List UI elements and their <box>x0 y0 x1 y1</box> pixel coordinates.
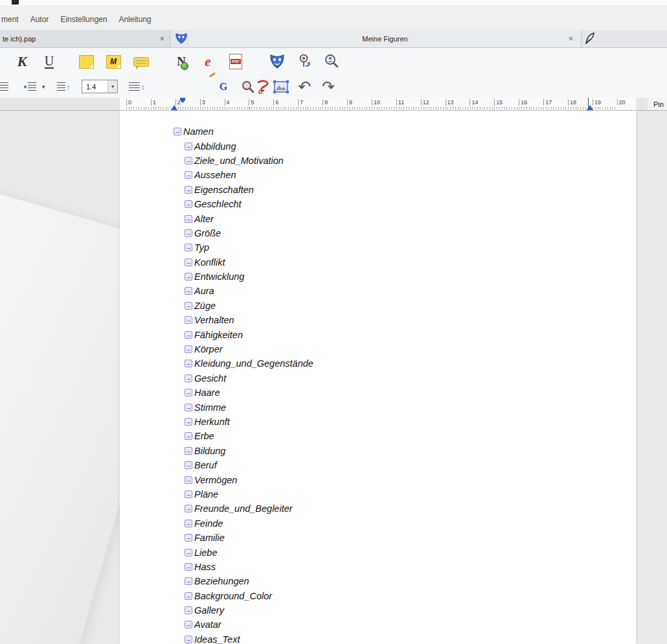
field-label[interactable]: Entwicklung <box>194 271 244 282</box>
document-line[interactable]: → Typ <box>120 240 636 255</box>
field-label[interactable]: Herkunft <box>194 417 230 427</box>
field-label[interactable]: Hass <box>194 562 216 572</box>
jump-marker-icon[interactable]: → <box>185 244 192 251</box>
field-label[interactable]: Liebe <box>194 547 217 558</box>
document-line[interactable]: → Geschlecht <box>120 197 636 211</box>
document-line[interactable]: → Verhalten <box>120 313 636 327</box>
jump-marker-icon[interactable]: → <box>185 143 192 150</box>
field-label[interactable]: Bildung <box>194 446 225 456</box>
document-line[interactable]: → Abbildung <box>120 139 636 153</box>
tab-document[interactable]: te ich).pap × <box>0 30 170 47</box>
timeline-pin-button[interactable] <box>295 52 314 71</box>
jump-marker-icon[interactable]: → <box>185 447 192 455</box>
jump-marker-icon[interactable]: → <box>185 374 192 382</box>
line-spacing-select[interactable]: 1.4 ▾ <box>82 80 118 93</box>
document-line[interactable]: → Größe <box>120 226 636 240</box>
bullet-list-button[interactable] <box>20 77 40 97</box>
jump-marker-icon[interactable]: → <box>185 505 192 512</box>
jump-marker-icon[interactable]: → <box>185 621 192 628</box>
field-label[interactable]: Namen <box>183 126 214 137</box>
field-label[interactable]: Typ <box>194 242 209 253</box>
jump-marker-icon[interactable]: → <box>185 157 192 165</box>
document-line[interactable]: → Bildung <box>120 444 636 458</box>
jump-marker-icon[interactable]: → <box>174 128 181 135</box>
document-line[interactable]: → Background_Color <box>120 589 636 603</box>
document-line[interactable]: → Züge <box>120 299 636 313</box>
jump-marker-icon[interactable]: → <box>185 345 192 353</box>
document-line[interactable]: → Gesicht <box>120 371 636 385</box>
field-label[interactable]: Erbe <box>194 431 214 441</box>
marker-note-button[interactable]: M <box>104 52 123 71</box>
document-line[interactable]: → Haare <box>120 385 636 400</box>
document-line[interactable]: → Entwicklung <box>120 270 636 284</box>
jump-marker-icon[interactable]: → <box>185 606 192 614</box>
document-line[interactable]: → Beziehungen <box>120 574 636 588</box>
field-label[interactable]: Beruf <box>194 460 217 470</box>
field-label[interactable]: Familie <box>194 533 225 543</box>
pin-panel-toggle[interactable]: Pin <box>648 98 667 110</box>
jump-marker-icon[interactable]: → <box>185 259 192 266</box>
document-line[interactable]: → Körper <box>120 342 636 356</box>
field-label[interactable]: Vermögen <box>194 475 237 485</box>
close-icon[interactable]: × <box>565 34 576 43</box>
field-label[interactable]: Geschlecht <box>194 199 242 209</box>
document-line[interactable]: → Erbe <box>120 429 636 443</box>
close-icon[interactable]: × <box>157 34 167 43</box>
jump-marker-icon[interactable]: → <box>185 200 192 208</box>
image-frame-button[interactable] <box>271 77 291 97</box>
line-spacing-button[interactable]: ↑ <box>54 77 73 97</box>
field-label[interactable]: Freunde_und_Begleiter <box>194 503 293 514</box>
menu-item[interactable]: Anleitung <box>113 14 157 25</box>
jump-marker-icon[interactable]: → <box>185 418 192 426</box>
field-label[interactable]: Fähigkeiten <box>194 330 243 340</box>
field-label[interactable]: Stimme <box>194 402 226 413</box>
italic-button[interactable]: K <box>12 52 32 71</box>
grammar-check-button[interactable]: G <box>214 77 233 97</box>
field-label[interactable]: Züge <box>194 301 216 311</box>
document-line[interactable]: → Fähigkeiten <box>120 327 636 341</box>
jump-marker-icon[interactable]: → <box>185 331 192 339</box>
jump-marker-icon[interactable]: → <box>185 577 192 585</box>
epub-export-button[interactable]: e <box>198 52 218 71</box>
document-line[interactable]: → Eigenschaften <box>120 183 636 197</box>
field-label[interactable]: Aura <box>194 286 214 296</box>
left-indent-marker[interactable] <box>171 105 177 110</box>
list-dropdown-caret[interactable]: ▾ <box>39 77 48 97</box>
field-label[interactable]: Avatar <box>194 619 221 630</box>
comment-button[interactable] <box>131 52 151 71</box>
jump-marker-icon[interactable]: → <box>185 273 192 281</box>
document-line[interactable]: → Beruf <box>120 458 636 472</box>
quill-icon[interactable] <box>585 32 595 44</box>
field-label[interactable]: Konflikt <box>194 257 225 268</box>
jump-marker-icon[interactable]: → <box>185 636 192 643</box>
document-line[interactable]: → Familie <box>120 531 636 545</box>
jump-marker-icon[interactable]: → <box>185 215 192 223</box>
jump-marker-icon[interactable]: → <box>185 490 192 498</box>
underline-button[interactable]: U <box>40 52 59 71</box>
field-label[interactable]: Eigenschaften <box>194 185 254 195</box>
jump-marker-icon[interactable]: → <box>185 432 192 440</box>
right-indent-marker[interactable] <box>587 105 593 110</box>
jump-marker-icon[interactable]: → <box>185 404 192 411</box>
jump-marker-icon[interactable]: → <box>185 389 192 397</box>
normpage-button[interactable]: N <box>172 52 191 71</box>
mask-icon[interactable] <box>175 32 188 45</box>
field-label[interactable]: Pläne <box>194 489 218 500</box>
field-label[interactable]: Background_Color <box>194 591 272 601</box>
document-line[interactable]: → Vermögen <box>120 472 636 487</box>
field-label[interactable]: Körper <box>194 344 223 354</box>
pdf-export-button[interactable]: PDF <box>226 52 245 71</box>
field-label[interactable]: Abbildung <box>194 141 236 152</box>
document-line[interactable]: → Namen <box>120 124 636 139</box>
document-line[interactable]: → Konflikt <box>120 255 636 270</box>
tab-meine-figuren[interactable]: Meine Figuren × <box>189 30 582 47</box>
jump-marker-icon[interactable]: → <box>185 302 192 310</box>
field-label[interactable]: Alter <box>194 214 214 224</box>
document-line[interactable]: → Herkunft <box>120 415 636 429</box>
menu-item[interactable]: Autor <box>25 14 55 25</box>
document-line[interactable]: → Avatar <box>120 617 636 632</box>
field-label[interactable]: Verhalten <box>194 315 234 325</box>
undo-button[interactable]: ↶ <box>295 77 314 97</box>
document-line[interactable]: → Ziele_und_Motivation <box>120 154 636 168</box>
field-label[interactable]: Größe <box>194 228 221 238</box>
